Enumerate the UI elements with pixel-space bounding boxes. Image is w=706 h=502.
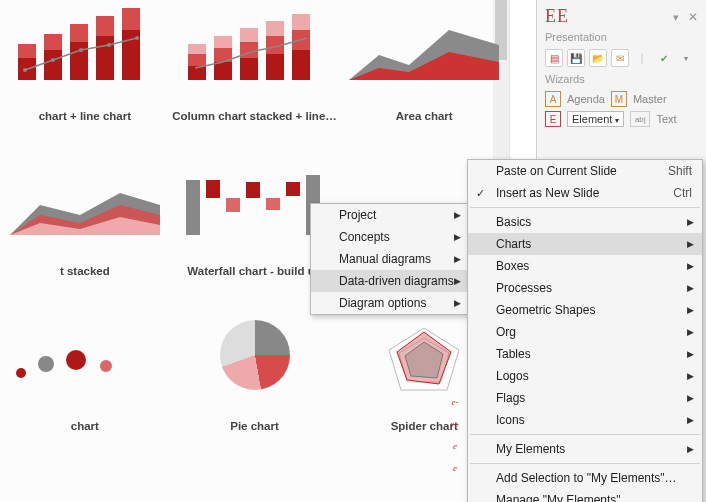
thumb-label: t stacked bbox=[60, 265, 110, 295]
accelerator: Shift bbox=[668, 164, 692, 178]
diagram-type-submenu: Project▶ Concepts▶ Manual diagrams▶ Data… bbox=[310, 203, 470, 315]
menu-item-flags[interactable]: Flags▶ bbox=[468, 387, 702, 409]
element-row: E Element ▾ ab| Text bbox=[537, 111, 706, 127]
mini-icon-strip: e- e+ e e bbox=[447, 397, 463, 479]
thumb-label: chart + line chart bbox=[39, 110, 131, 140]
menu-item-boxes[interactable]: Boxes▶ bbox=[468, 255, 702, 277]
menu-item-icons[interactable]: Icons▶ bbox=[468, 409, 702, 431]
svg-point-0 bbox=[23, 68, 27, 72]
menu-separator bbox=[470, 207, 700, 208]
gallery-row: chart + line chart Column chart stacked … bbox=[0, 10, 509, 140]
chevron-right-icon: ▶ bbox=[454, 210, 461, 220]
chart-thumb-stacked-line[interactable]: Column chart stacked + line… bbox=[170, 10, 340, 140]
save-icon[interactable]: 💾 bbox=[567, 49, 585, 67]
chevron-right-icon: ▶ bbox=[687, 305, 694, 315]
element-context-menu: Paste on Current SlideShift ✓Insert as N… bbox=[467, 159, 703, 502]
new-icon[interactable]: ▤ bbox=[545, 49, 563, 67]
menu-item-manage-my-elements[interactable]: Manage "My Elements"… bbox=[468, 489, 702, 502]
menu-separator bbox=[470, 434, 700, 435]
thumb-label: chart bbox=[71, 420, 99, 450]
section-presentation: Presentation bbox=[537, 29, 706, 49]
my-elements-plus-icon[interactable]: e+ bbox=[447, 419, 463, 435]
menu-separator bbox=[470, 463, 700, 464]
open-icon[interactable]: 📂 bbox=[589, 49, 607, 67]
chevron-right-icon: ▶ bbox=[687, 349, 694, 359]
menu-item-diagram-options[interactable]: Diagram options▶ bbox=[311, 292, 469, 314]
chevron-right-icon: ▶ bbox=[454, 298, 461, 308]
chevron-right-icon: ▶ bbox=[687, 327, 694, 337]
svg-point-2 bbox=[79, 48, 83, 52]
menu-item-manual-diagrams[interactable]: Manual diagrams▶ bbox=[311, 248, 469, 270]
thumb-label: Pie chart bbox=[230, 420, 279, 450]
panel-menu-icon[interactable]: ▾ bbox=[673, 11, 679, 23]
menu-item-logos[interactable]: Logos▶ bbox=[468, 365, 702, 387]
menu-item-charts[interactable]: Charts▶ bbox=[468, 233, 702, 255]
wizards-row: A Agenda M Master bbox=[537, 91, 706, 111]
menu-item-basics[interactable]: Basics▶ bbox=[468, 211, 702, 233]
chevron-right-icon: ▶ bbox=[454, 276, 461, 286]
chevron-right-icon: ▶ bbox=[687, 393, 694, 403]
master-icon[interactable]: M bbox=[611, 91, 627, 107]
section-wizards: Wizards bbox=[537, 71, 706, 91]
textbox-icon[interactable]: ab| bbox=[630, 111, 650, 127]
thumb-label: Area chart bbox=[396, 110, 453, 140]
chevron-right-icon: ▶ bbox=[454, 254, 461, 264]
menu-item-processes[interactable]: Processes▶ bbox=[468, 277, 702, 299]
mail-icon[interactable]: ✉ bbox=[611, 49, 629, 67]
svg-point-3 bbox=[107, 43, 111, 47]
element-dropdown[interactable]: Element ▾ bbox=[567, 111, 624, 127]
chevron-right-icon: ▶ bbox=[687, 371, 694, 381]
menu-item-project[interactable]: Project▶ bbox=[311, 204, 469, 226]
menu-item-add-to-my-elements[interactable]: Add Selection to "My Elements"… bbox=[468, 467, 702, 489]
chart-thumb-bubble[interactable]: chart bbox=[0, 320, 170, 450]
chart-thumb-area-stacked[interactable]: t stacked bbox=[0, 165, 170, 295]
thumb-label: Column chart stacked + line… bbox=[172, 110, 337, 140]
my-elements-icon[interactable]: e bbox=[447, 463, 463, 479]
menu-item-paste-slide[interactable]: Paste on Current SlideShift bbox=[468, 160, 702, 182]
menu-item-data-driven-diagrams[interactable]: Data-driven diagrams▶ bbox=[311, 270, 469, 292]
text-label[interactable]: Text bbox=[656, 113, 676, 125]
chevron-right-icon: ▶ bbox=[454, 232, 461, 242]
agenda-icon[interactable]: A bbox=[545, 91, 561, 107]
menu-item-concepts[interactable]: Concepts▶ bbox=[311, 226, 469, 248]
chart-thumb-column-line[interactable]: chart + line chart bbox=[0, 10, 170, 140]
menu-item-my-elements[interactable]: My Elements▶ bbox=[468, 438, 702, 460]
chevron-right-icon: ▶ bbox=[687, 261, 694, 271]
menu-item-tables[interactable]: Tables▶ bbox=[468, 343, 702, 365]
chevron-right-icon: ▶ bbox=[687, 415, 694, 425]
my-elements-minus-icon[interactable]: e- bbox=[447, 397, 463, 413]
presentation-toolbar: ▤ 💾 📂 ✉ | ✔ ▾ bbox=[537, 49, 706, 71]
gallery-row: chart Pie chart Spider chart bbox=[0, 320, 509, 450]
chevron-right-icon: ▶ bbox=[687, 217, 694, 227]
thumb-label: Waterfall chart - build up bbox=[187, 265, 321, 295]
brand-logo: EE bbox=[545, 6, 569, 27]
chart-thumb-area[interactable]: Area chart bbox=[339, 10, 509, 140]
check-icon[interactable]: ✔ bbox=[655, 49, 673, 67]
accelerator: Ctrl bbox=[673, 186, 692, 200]
chevron-right-icon: ▶ bbox=[687, 444, 694, 454]
menu-item-insert-new-slide[interactable]: ✓Insert as New SlideCtrl bbox=[468, 182, 702, 204]
chevron-right-icon: ▶ bbox=[687, 239, 694, 249]
agenda-label[interactable]: Agenda bbox=[567, 93, 605, 105]
panel-close-icon[interactable]: ✕ bbox=[688, 10, 698, 24]
check-icon: ✓ bbox=[476, 187, 485, 200]
menu-item-geometric-shapes[interactable]: Geometric Shapes▶ bbox=[468, 299, 702, 321]
svg-point-4 bbox=[135, 36, 139, 40]
dropdown-icon[interactable]: ▾ bbox=[677, 49, 695, 67]
svg-point-1 bbox=[51, 58, 55, 62]
my-elements-icon[interactable]: e bbox=[447, 441, 463, 457]
chart-thumb-pie[interactable]: Pie chart bbox=[170, 320, 340, 450]
master-label[interactable]: Master bbox=[633, 93, 667, 105]
menu-item-org[interactable]: Org▶ bbox=[468, 321, 702, 343]
chevron-right-icon: ▶ bbox=[687, 283, 694, 293]
element-icon[interactable]: E bbox=[545, 111, 561, 127]
separator: | bbox=[633, 49, 651, 67]
